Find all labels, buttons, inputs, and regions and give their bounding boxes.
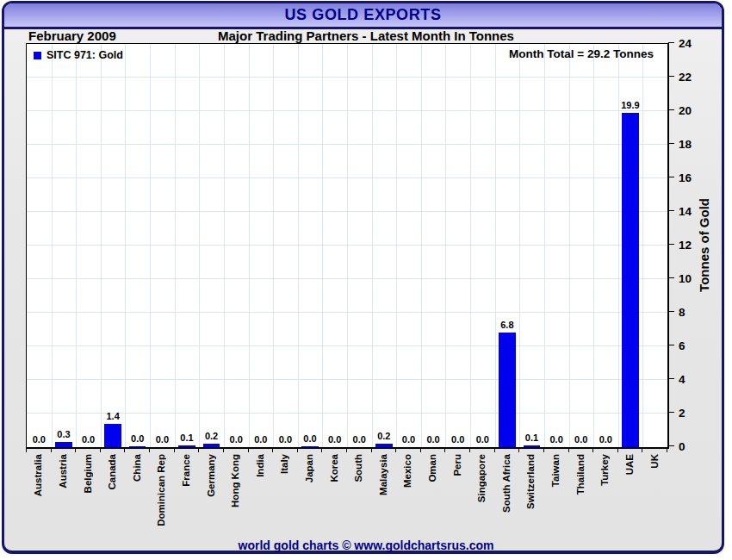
x-axis-label: France (181, 454, 191, 487)
x-axis-label-cell: Malaysia (371, 454, 396, 540)
x-axis-ticks (26, 448, 668, 452)
x-axis-label-cell: Austria (51, 454, 76, 540)
x-axis-label: Italy (279, 454, 289, 474)
title-bar: US GOLD EXPORTS (4, 3, 722, 29)
y-tick-mark (668, 76, 674, 77)
bar-column: 1.4 (101, 44, 126, 447)
x-axis-label-cell: Switzerland (518, 454, 543, 540)
y-tick-mark (668, 311, 674, 312)
x-axis-label: Taiwan (550, 454, 561, 487)
y-tick-mark (668, 445, 674, 446)
bar-column: 0.0 (273, 44, 298, 447)
x-axis-label-cell: Peru (444, 454, 469, 540)
x-axis-label-cell: Turkey (592, 454, 617, 540)
bar-column: 0.0 (568, 44, 593, 447)
bar-column: 0.2 (372, 44, 397, 447)
y-tick-mark (668, 345, 674, 345)
x-tick-mark (198, 448, 199, 452)
bar (622, 113, 638, 447)
legend: SITC 971: Gold (34, 49, 123, 61)
x-axis-label-cell: Japan (297, 454, 322, 540)
x-axis-label-cell: China (124, 454, 149, 540)
x-axis-label-cell: Australia (26, 454, 51, 540)
x-tick-mark (395, 448, 396, 452)
x-axis-label: South Africa (501, 454, 512, 513)
x-axis-label-cell: Germany (198, 454, 223, 540)
bar-column: 0.0 (322, 44, 347, 447)
bar-column: 0.0 (76, 44, 101, 447)
y-tick-mark (668, 42, 674, 43)
bar (301, 446, 318, 447)
x-tick-mark (124, 448, 125, 452)
page-title: US GOLD EXPORTS (284, 6, 441, 24)
x-tick-mark (75, 448, 76, 452)
x-axis-labels: AustraliaAustriaBelgiumCanadaChinaDomini… (26, 454, 667, 540)
x-axis-label: Austria (58, 454, 68, 488)
bar-column: 0.0 (347, 44, 372, 447)
x-tick-mark (371, 448, 372, 452)
y-tick-label: 6 (679, 339, 685, 352)
x-axis-label: Australia (33, 454, 43, 496)
bar-column: 0.0 (125, 44, 150, 447)
x-axis-label-cell: Hong Kong (223, 454, 248, 540)
x-tick-mark (51, 448, 52, 452)
footer-credit: world gold charts © www.goldchartsrus.co… (0, 538, 732, 552)
x-tick-mark (149, 448, 150, 452)
x-tick-mark (543, 448, 544, 452)
x-axis-label-cell: South (346, 454, 371, 540)
x-axis-label: China (132, 454, 142, 482)
y-tick-label: 8 (679, 306, 685, 319)
x-axis-label: India (255, 454, 265, 477)
x-tick-mark (469, 448, 470, 452)
bar (524, 445, 540, 447)
bar-column: 0.0 (544, 44, 569, 447)
x-tick-mark (272, 448, 273, 452)
y-tick-label: 0 (679, 440, 685, 453)
y-tick-label: 4 (679, 373, 685, 386)
x-axis-label: Peru (452, 454, 462, 476)
x-axis-label: Mexico (402, 454, 413, 488)
legend-label: SITC 971: Gold (47, 49, 123, 61)
bar-column: 6.8 (495, 44, 520, 447)
bar-column: 0.0 (421, 44, 446, 447)
x-axis-label-cell: Canada (100, 454, 125, 540)
bar-column: 19.9 (618, 44, 643, 447)
bar (129, 446, 146, 447)
x-tick-mark (444, 448, 445, 452)
x-axis-label: Dominican Rep (156, 454, 166, 526)
x-tick-mark (617, 448, 618, 452)
legend-swatch-icon (34, 52, 41, 59)
x-axis-label: South (353, 454, 363, 482)
y-tick-label: 2 (679, 407, 685, 420)
y-tick-mark (668, 210, 674, 211)
bar-column: 0.0 (27, 44, 52, 447)
x-tick-mark (518, 448, 519, 452)
x-axis-label: Korea (329, 454, 339, 482)
x-axis-label-cell: France (174, 454, 199, 540)
bar-column: 0.0 (396, 44, 421, 447)
x-axis-label-cell: Mexico (395, 454, 420, 540)
bar-column: 0.1 (175, 44, 200, 447)
x-axis-label: Turkey (599, 454, 610, 486)
x-axis-label-cell: Italy (272, 454, 297, 540)
x-axis-label: Germany (206, 454, 216, 497)
month-total-annotation: Month Total = 29.2 Tonnes (509, 47, 654, 60)
x-axis-label-cell: UAE (617, 454, 642, 540)
x-axis-label: UAE (624, 454, 635, 475)
bar-column: 0.0 (150, 44, 175, 447)
x-tick-mark (592, 448, 593, 452)
x-axis-label-cell: Dominican Rep (149, 454, 174, 540)
bar-column: 0.0 (445, 44, 470, 447)
x-axis-label-cell: Singapore (469, 454, 494, 540)
y-tick-mark (668, 143, 674, 144)
y-axis-title-text: Tonnes of Gold (697, 198, 711, 292)
x-tick-mark (346, 448, 347, 452)
x-axis-label: Singapore (476, 454, 487, 502)
y-tick-mark (668, 378, 674, 379)
x-axis-label-cell: Belgium (75, 454, 100, 540)
x-axis-label-cell: Thailand (568, 454, 592, 540)
x-axis-label: Thailand (575, 454, 586, 495)
x-axis-label-cell: Korea (321, 454, 346, 540)
x-tick-mark (248, 448, 249, 452)
y-tick-mark (668, 412, 674, 413)
